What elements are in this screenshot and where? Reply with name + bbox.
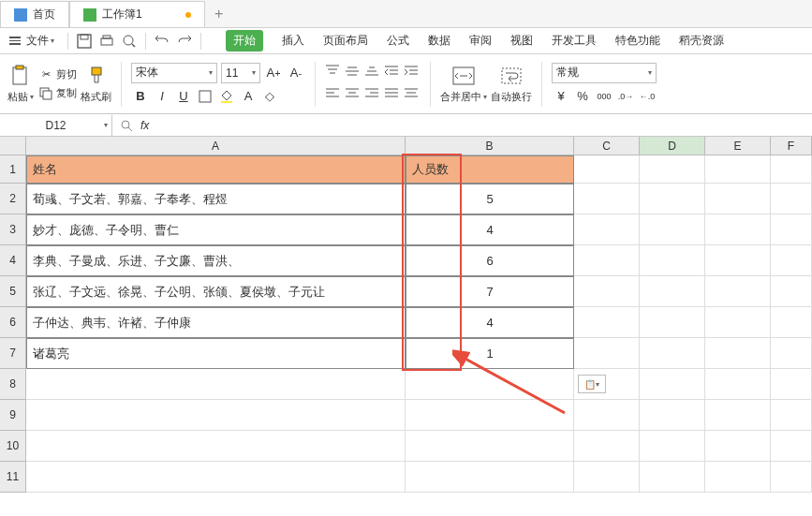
align-right-icon[interactable] xyxy=(364,87,381,104)
cell-f10[interactable] xyxy=(771,431,812,462)
cell-b10[interactable] xyxy=(406,431,574,462)
align-top-icon[interactable] xyxy=(325,65,342,81)
cell-a11[interactable] xyxy=(26,462,406,493)
cell-c9[interactable] xyxy=(574,400,640,431)
row-header-5[interactable]: 5 xyxy=(0,276,26,307)
paste-icon[interactable] xyxy=(8,64,33,88)
row-header-10[interactable]: 10 xyxy=(0,431,26,462)
cell-a8[interactable] xyxy=(26,369,406,400)
tab-review[interactable]: 审阅 xyxy=(469,33,492,49)
new-tab-button[interactable]: + xyxy=(205,1,233,27)
font-name-select[interactable]: 宋体▾ xyxy=(131,63,217,83)
percent-icon[interactable]: % xyxy=(573,87,592,106)
cell-e6[interactable] xyxy=(705,307,771,338)
tab-workbook[interactable]: 工作簿1 xyxy=(69,1,205,27)
font-color-button[interactable]: A xyxy=(239,87,258,106)
cell-e7[interactable] xyxy=(705,338,771,369)
cell-a1[interactable]: 姓名 xyxy=(26,155,406,184)
cell-b3[interactable]: 4 xyxy=(406,214,574,245)
file-menu[interactable]: 文件 ▾ xyxy=(9,33,54,49)
cell-d6[interactable] xyxy=(640,307,705,338)
row-header-3[interactable]: 3 xyxy=(0,214,26,245)
cell-f6[interactable] xyxy=(771,307,812,338)
column-header-c[interactable]: C xyxy=(574,137,640,155)
align-middle-icon[interactable] xyxy=(345,65,362,81)
row-header-9[interactable]: 9 xyxy=(0,400,26,431)
cell-b4[interactable]: 6 xyxy=(406,245,574,276)
indent-increase-icon[interactable] xyxy=(404,65,421,81)
print-icon[interactable] xyxy=(96,31,117,52)
tab-insert[interactable]: 插入 xyxy=(282,33,304,49)
row-header-7[interactable]: 7 xyxy=(0,338,26,369)
tab-formula[interactable]: 公式 xyxy=(387,33,409,49)
increase-font-icon[interactable]: A+ xyxy=(264,64,283,82)
cell-d2[interactable] xyxy=(640,184,705,214)
cell-b11[interactable] xyxy=(406,462,574,493)
row-header-1[interactable]: 1 xyxy=(0,155,26,184)
row-header-8[interactable]: 8 xyxy=(0,369,26,400)
cell-e4[interactable] xyxy=(705,245,771,276)
cell-a4[interactable]: 李典、子曼成、乐进、子文廉、曹洪、 xyxy=(26,245,406,276)
cell-a6[interactable]: 子仲达、典韦、许褚、子仲康 xyxy=(26,307,406,338)
cell-b5[interactable]: 7 xyxy=(406,276,574,307)
tab-page-layout[interactable]: 页面布局 xyxy=(323,33,368,49)
column-header-a[interactable]: A xyxy=(26,137,406,155)
cell-c1[interactable] xyxy=(574,155,640,184)
tab-start[interactable]: 开始 xyxy=(226,30,263,52)
align-center-icon[interactable] xyxy=(345,87,362,104)
formula-input[interactable] xyxy=(156,114,812,136)
increase-decimal-icon[interactable]: .0→ xyxy=(616,87,635,106)
cell-c10[interactable] xyxy=(574,431,640,462)
cell-c7[interactable] xyxy=(574,338,640,369)
cell-f7[interactable] xyxy=(771,338,812,369)
wrap-icon[interactable] xyxy=(499,64,524,88)
indent-decrease-icon[interactable] xyxy=(384,65,401,81)
name-box[interactable]: D12▾ xyxy=(0,115,112,136)
cell-f8[interactable] xyxy=(771,369,812,400)
justify-icon[interactable] xyxy=(384,87,401,104)
align-bottom-icon[interactable] xyxy=(364,65,381,81)
cell-c2[interactable] xyxy=(574,184,640,214)
cell-f3[interactable] xyxy=(771,214,812,245)
cell-a3[interactable]: 妙才、庞德、子令明、曹仁 xyxy=(26,214,406,245)
tab-home[interactable]: 首页 xyxy=(0,1,69,27)
redo-icon[interactable] xyxy=(174,31,195,52)
bold-button[interactable]: B xyxy=(131,87,150,106)
copy-button[interactable]: 复制 xyxy=(37,85,77,102)
thousands-icon[interactable]: 000 xyxy=(595,87,613,106)
cell-c3[interactable] xyxy=(574,214,640,245)
currency-icon[interactable]: ¥ xyxy=(552,87,570,106)
cell-b8[interactable] xyxy=(406,369,574,400)
row-header-4[interactable]: 4 xyxy=(0,245,26,276)
cell-c5[interactable] xyxy=(574,276,640,307)
cell-e8[interactable] xyxy=(705,369,771,400)
cell-d4[interactable] xyxy=(640,245,705,276)
merge-icon[interactable] xyxy=(451,64,476,88)
decrease-decimal-icon[interactable]: ←.0 xyxy=(638,87,657,106)
cell-f4[interactable] xyxy=(771,245,812,276)
cell-e2[interactable] xyxy=(705,184,771,214)
cell-a10[interactable] xyxy=(26,431,406,462)
tab-daoke[interactable]: 稻壳资源 xyxy=(679,33,724,49)
brush-icon[interactable] xyxy=(84,64,109,88)
row-header-2[interactable]: 2 xyxy=(0,184,26,214)
cell-c4[interactable] xyxy=(574,245,640,276)
cell-b9[interactable] xyxy=(406,400,574,431)
column-header-e[interactable]: E xyxy=(705,137,771,155)
column-header-f[interactable]: F xyxy=(771,137,812,155)
cell-e5[interactable] xyxy=(705,276,771,307)
decrease-font-icon[interactable]: A- xyxy=(287,64,305,82)
preview-icon[interactable] xyxy=(119,31,140,52)
row-header-11[interactable]: 11 xyxy=(0,462,26,493)
tab-data[interactable]: 数据 xyxy=(428,33,450,49)
cell-d10[interactable] xyxy=(640,431,705,462)
undo-icon[interactable] xyxy=(152,31,172,52)
cell-f11[interactable] xyxy=(771,462,812,493)
cell-e3[interactable] xyxy=(705,214,771,245)
cell-b6[interactable]: 4 xyxy=(406,307,574,338)
italic-button[interactable]: I xyxy=(153,87,171,106)
cell-d3[interactable] xyxy=(640,214,705,245)
cell-f1[interactable] xyxy=(771,155,812,184)
cell-f9[interactable] xyxy=(771,400,812,431)
cut-button[interactable]: ✂剪切 xyxy=(37,66,77,83)
